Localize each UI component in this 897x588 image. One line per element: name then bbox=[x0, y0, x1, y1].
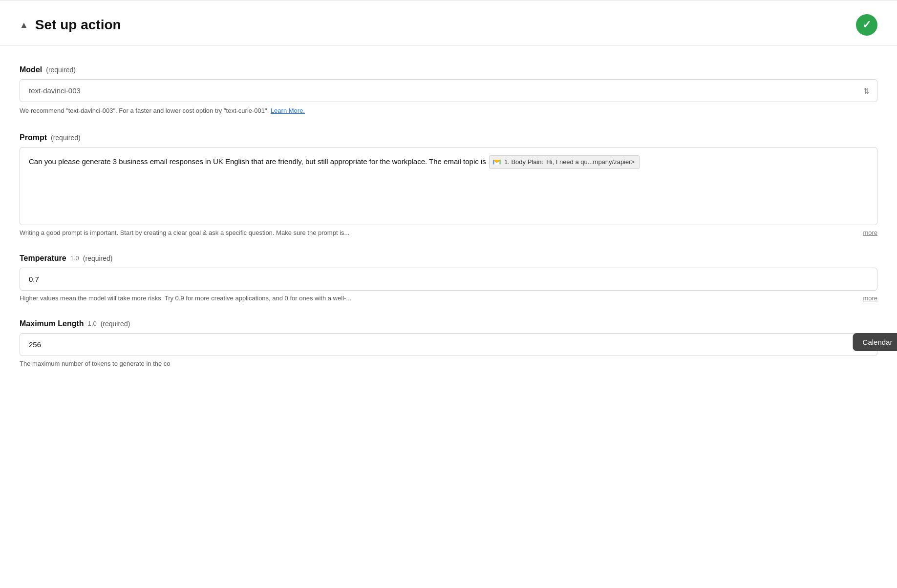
model-learn-more-link[interactable]: Learn More. bbox=[271, 107, 305, 114]
model-select-wrapper: ⇅ bbox=[20, 79, 877, 102]
prompt-label-text: Prompt bbox=[20, 133, 47, 142]
token-label: 1. Body Plain: bbox=[504, 157, 543, 168]
model-hint: We recommend "text-davinci-003". For a f… bbox=[20, 106, 877, 116]
prompt-more-link[interactable]: more bbox=[863, 229, 877, 236]
temperature-label: Temperature 1.0 (required) bbox=[20, 254, 877, 263]
temperature-version-tag: 1.0 bbox=[70, 254, 79, 262]
maximum-length-hint-row: The maximum number of tokens to generate… bbox=[20, 360, 877, 367]
checkmark-icon: ✓ bbox=[862, 19, 871, 31]
token-value: Hi, I need a qu...mpany/zapier> bbox=[546, 157, 635, 168]
maximum-length-label: Maximum Length 1.0 (required) bbox=[20, 319, 877, 328]
page-title: Set up action bbox=[35, 17, 121, 33]
prompt-hint-text: Writing a good prompt is important. Star… bbox=[20, 229, 859, 236]
gmail-token-badge[interactable]: 1. Body Plain: Hi, I need a qu...mpany/z… bbox=[489, 155, 640, 169]
temperature-label-text: Temperature bbox=[20, 254, 66, 263]
temperature-input[interactable] bbox=[20, 268, 877, 291]
temperature-required-tag: (required) bbox=[83, 254, 113, 262]
temperature-field-group: Temperature 1.0 (required) Higher values… bbox=[20, 254, 877, 302]
section-title-group: ▲ Set up action bbox=[20, 17, 121, 33]
section-header: ▲ Set up action ✓ bbox=[0, 0, 897, 46]
temperature-hint-row: Higher values mean the model will take m… bbox=[20, 294, 877, 302]
maximum-length-field-group: Maximum Length 1.0 (required) The maximu… bbox=[20, 319, 877, 367]
model-select[interactable] bbox=[20, 79, 877, 102]
prompt-hint-row: Writing a good prompt is important. Star… bbox=[20, 229, 877, 236]
calendar-tooltip: Calendar bbox=[853, 333, 897, 351]
temperature-hint-text: Higher values mean the model will take m… bbox=[20, 294, 859, 302]
prompt-textarea[interactable]: Can you please generate 3 business email… bbox=[20, 147, 877, 225]
page-container: ▲ Set up action ✓ Model (required) ⇅ We … bbox=[0, 0, 897, 588]
prompt-field-group: Prompt (required) Can you please generat… bbox=[20, 133, 877, 236]
model-field-group: Model (required) ⇅ We recommend "text-da… bbox=[20, 65, 877, 116]
model-label-text: Model bbox=[20, 65, 42, 74]
model-hint-text: We recommend "text-davinci-003". For a f… bbox=[20, 107, 269, 114]
model-label: Model (required) bbox=[20, 65, 877, 74]
prompt-required-tag: (required) bbox=[51, 134, 81, 142]
maximum-length-label-text: Maximum Length bbox=[20, 319, 84, 328]
model-required-tag: (required) bbox=[46, 66, 76, 74]
temperature-more-link[interactable]: more bbox=[863, 294, 877, 302]
success-badge: ✓ bbox=[856, 14, 877, 36]
maximum-length-hint-text: The maximum number of tokens to generate… bbox=[20, 360, 877, 367]
prompt-label: Prompt (required) bbox=[20, 133, 877, 142]
maximum-length-required-tag: (required) bbox=[101, 320, 130, 328]
maximum-length-input[interactable] bbox=[20, 333, 877, 356]
prompt-prefix-text: Can you please generate 3 business email… bbox=[29, 157, 488, 166]
chevron-up-icon[interactable]: ▲ bbox=[20, 20, 28, 30]
form-body: Model (required) ⇅ We recommend "text-da… bbox=[0, 46, 897, 406]
gmail-icon bbox=[492, 158, 501, 167]
maximum-length-version-tag: 1.0 bbox=[88, 320, 97, 327]
